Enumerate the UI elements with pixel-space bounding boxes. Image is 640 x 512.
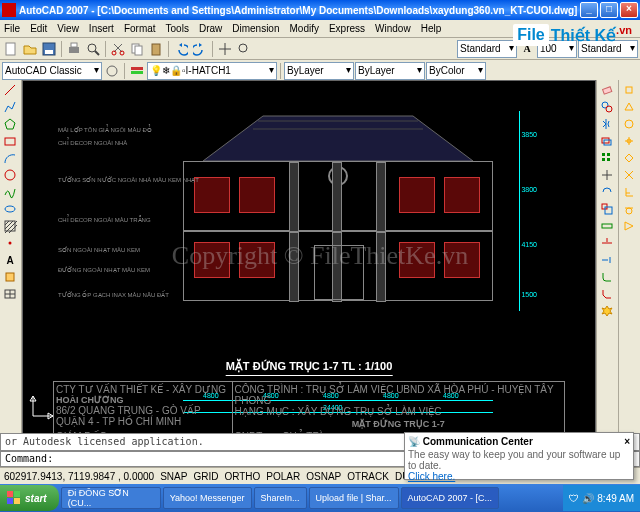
menu-tools[interactable]: Tools — [166, 23, 189, 34]
layer-dropdown[interactable]: 💡❄🔒▫ I-HATCH1 — [147, 62, 277, 80]
nearest-snap[interactable] — [620, 218, 638, 234]
grid-toggle[interactable]: GRID — [193, 471, 218, 482]
svg-rect-11 — [152, 44, 160, 55]
color-dropdown[interactable]: ByColor — [426, 62, 486, 80]
system-tray[interactable]: 🛡 🔊 8:49 AM — [563, 485, 640, 511]
menu-view[interactable]: View — [57, 23, 79, 34]
copy-tool[interactable] — [598, 99, 616, 115]
zoom-button[interactable] — [235, 40, 253, 58]
ucs-icon — [28, 391, 58, 421]
perpendicular-snap[interactable] — [620, 184, 638, 200]
midpoint-snap[interactable] — [620, 99, 638, 115]
tray-icon[interactable]: 🛡 — [569, 493, 579, 504]
popup-close-icon[interactable]: × — [624, 436, 630, 447]
ortho-toggle[interactable]: ORTHO — [224, 471, 260, 482]
paste-button[interactable] — [147, 40, 165, 58]
svg-point-13 — [107, 66, 117, 76]
workspace-settings-icon[interactable] — [103, 62, 121, 80]
point-tool[interactable] — [1, 235, 19, 251]
arc-tool[interactable] — [1, 150, 19, 166]
polar-toggle[interactable]: POLAR — [266, 471, 300, 482]
ellipse-tool[interactable] — [1, 201, 19, 217]
snap-toggle[interactable]: SNAP — [160, 471, 187, 482]
drawing-title: MẶT ĐỨNG TRỤC 1-7 TL : 1/100 — [226, 360, 393, 376]
menu-help[interactable]: Help — [421, 23, 442, 34]
new-button[interactable] — [2, 40, 20, 58]
circle-tool[interactable] — [1, 167, 19, 183]
pan-button[interactable] — [216, 40, 234, 58]
first-floor — [183, 231, 493, 301]
menu-window[interactable]: Window — [375, 23, 411, 34]
open-button[interactable] — [21, 40, 39, 58]
taskbar-item[interactable]: Upload file | Shar... — [309, 487, 399, 509]
drawing-area[interactable]: MÁI LỢP TÔN GIẢ NGÓI MÀU ĐỎ CHỈ DECOR NG… — [22, 80, 596, 442]
trim-tool[interactable] — [598, 235, 616, 251]
second-floor — [183, 161, 493, 231]
rectangle-tool[interactable] — [1, 133, 19, 149]
osnap-toggle[interactable]: OSNAP — [306, 471, 341, 482]
endpoint-snap[interactable] — [620, 82, 638, 98]
array-tool[interactable] — [598, 150, 616, 166]
svg-rect-27 — [603, 87, 612, 94]
menu-edit[interactable]: Edit — [30, 23, 47, 34]
preview-button[interactable] — [84, 40, 102, 58]
mirror-tool[interactable] — [598, 116, 616, 132]
style-dropdown[interactable]: Standard — [457, 40, 517, 58]
tray-icon[interactable]: 🔊 — [582, 493, 594, 504]
workspace-dropdown[interactable]: AutoCAD Classic — [2, 62, 102, 80]
svg-rect-2 — [45, 50, 53, 54]
menu-format[interactable]: Format — [124, 23, 156, 34]
menu-modify[interactable]: Modify — [290, 23, 319, 34]
stretch-tool[interactable] — [598, 218, 616, 234]
redo-button[interactable] — [191, 40, 209, 58]
text-tool[interactable]: A — [1, 252, 19, 268]
polyline-tool[interactable] — [1, 99, 19, 115]
save-button[interactable] — [40, 40, 58, 58]
extend-tool[interactable] — [598, 252, 616, 268]
undo-button[interactable] — [172, 40, 190, 58]
svg-marker-44 — [203, 116, 473, 161]
close-button[interactable]: × — [620, 2, 638, 18]
maximize-button[interactable]: □ — [600, 2, 618, 18]
dim-text: 4150 — [521, 241, 537, 248]
copy-button[interactable] — [128, 40, 146, 58]
intersection-snap[interactable] — [620, 167, 638, 183]
center-snap[interactable] — [620, 116, 638, 132]
chamfer-tool[interactable] — [598, 286, 616, 302]
menu-dimension[interactable]: Dimension — [232, 23, 279, 34]
block-tool[interactable] — [1, 269, 19, 285]
fillet-tool[interactable] — [598, 269, 616, 285]
node-snap[interactable] — [620, 133, 638, 149]
polygon-tool[interactable] — [1, 116, 19, 132]
start-button[interactable]: start — [0, 485, 59, 511]
table-tool[interactable] — [1, 286, 19, 302]
rotate-tool[interactable] — [598, 184, 616, 200]
otrack-toggle[interactable]: OTRACK — [347, 471, 389, 482]
explode-tool[interactable] — [598, 303, 616, 319]
lineweight-dropdown[interactable]: ByLayer — [355, 62, 425, 80]
popup-link[interactable]: Click here. — [408, 471, 630, 482]
quadrant-snap[interactable] — [620, 150, 638, 166]
cut-button[interactable] — [109, 40, 127, 58]
offset-tool[interactable] — [598, 133, 616, 149]
clock[interactable]: 8:49 AM — [597, 493, 634, 504]
menu-insert[interactable]: Insert — [89, 23, 114, 34]
taskbar-item[interactable]: Yahoo! Messenger — [163, 487, 252, 509]
taskbar-item[interactable]: Đi ĐÔNG SƠN (CU... — [61, 487, 161, 509]
menu-draw[interactable]: Draw — [199, 23, 222, 34]
tangent-snap[interactable] — [620, 201, 638, 217]
menu-file[interactable]: File — [4, 23, 20, 34]
spline-tool[interactable] — [1, 184, 19, 200]
erase-tool[interactable] — [598, 82, 616, 98]
hatch-tool[interactable] — [1, 218, 19, 234]
taskbar-item[interactable]: ShareIn... — [254, 487, 307, 509]
layer-manager-icon[interactable] — [128, 62, 146, 80]
taskbar-item-active[interactable]: AutoCAD 2007 - [C... — [401, 487, 500, 509]
menu-express[interactable]: Express — [329, 23, 365, 34]
line-tool[interactable] — [1, 82, 19, 98]
print-button[interactable] — [65, 40, 83, 58]
move-tool[interactable] — [598, 167, 616, 183]
scale-tool[interactable] — [598, 201, 616, 217]
linetype-dropdown[interactable]: ByLayer — [284, 62, 354, 80]
minimize-button[interactable]: _ — [580, 2, 598, 18]
